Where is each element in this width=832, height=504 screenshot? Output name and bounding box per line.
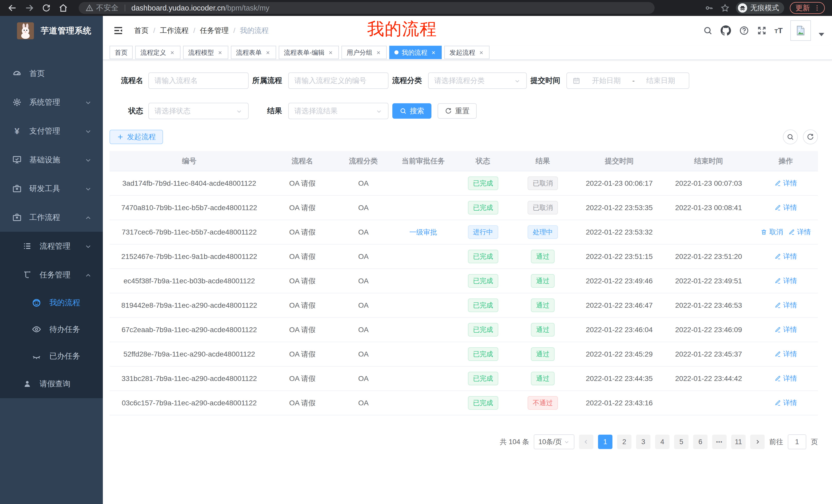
tab-user-group[interactable]: 用户分组 (341, 46, 387, 59)
status-select[interactable]: 请选择状态 (148, 103, 249, 119)
github-icon[interactable] (721, 25, 731, 36)
detail-button[interactable]: 详情 (774, 178, 797, 188)
tab-process-form-edit[interactable]: 流程表单-编辑 (279, 46, 339, 59)
edit-icon (774, 253, 781, 260)
process-name-input[interactable] (148, 73, 249, 89)
chevron-down-icon (84, 127, 92, 135)
sidebar-item-system[interactable]: 系统管理 (0, 88, 103, 117)
page-button-1[interactable]: 1 (598, 435, 613, 449)
detail-button[interactable]: 详情 (774, 349, 797, 359)
edit-icon (774, 204, 781, 211)
detail-button[interactable]: 详情 (774, 325, 797, 334)
start-process-button[interactable]: 发起流程 (109, 130, 163, 144)
result-select[interactable]: 请选择流结果 (288, 103, 389, 119)
browser-back-button[interactable] (7, 3, 18, 13)
more-pages-button[interactable]: ••• (712, 435, 727, 449)
trash-icon (760, 229, 767, 235)
browser-home-button[interactable] (58, 3, 69, 13)
sidebar-item-process-management[interactable]: 流程管理 (0, 232, 103, 260)
current-task-link[interactable]: 一级审批 (409, 228, 437, 237)
chevron-down-icon (236, 107, 242, 115)
browser-update-menu-button[interactable]: 更新 (790, 2, 825, 14)
page-button-2[interactable]: 2 (617, 435, 631, 449)
page-button-3[interactable]: 3 (636, 435, 650, 449)
tab-process-form[interactable]: 流程表单 (231, 46, 276, 59)
close-icon[interactable] (375, 49, 382, 56)
breadcrumb-workflow[interactable]: 工作流程 (160, 26, 189, 35)
refresh-table-button[interactable] (803, 130, 818, 144)
sidebar-item-home[interactable]: 首页 (0, 59, 103, 88)
page-button-11[interactable]: 11 (731, 435, 746, 449)
detail-button[interactable]: 详情 (774, 301, 797, 310)
detail-button[interactable]: 详情 (774, 203, 797, 212)
result-badge: 通过 (531, 372, 554, 385)
close-icon[interactable] (265, 49, 271, 56)
close-icon[interactable] (328, 49, 334, 56)
font-size-icon[interactable]: TT (774, 26, 783, 35)
reset-button[interactable]: 重置 (438, 103, 477, 119)
sidebar-item-payment[interactable]: ¥ 支付管理 (0, 117, 103, 145)
bookmark-star-icon[interactable] (720, 3, 730, 13)
tab-start-process[interactable]: 发起流程 (444, 46, 490, 59)
goto-page-input[interactable] (788, 435, 806, 449)
breadcrumb-task-management[interactable]: 任务管理 (200, 26, 229, 35)
browser-reload-button[interactable] (41, 3, 51, 13)
col-end-time: 结束时间 (664, 151, 754, 171)
close-icon[interactable] (169, 49, 175, 56)
edit-icon (774, 351, 781, 357)
browser-forward-button[interactable] (24, 3, 34, 13)
process-category: OA (358, 326, 368, 334)
avatar[interactable] (790, 20, 811, 41)
search-button[interactable]: 搜索 (392, 103, 432, 119)
sidebar-item-workflow[interactable]: 工作流程 (0, 203, 103, 232)
tab-my-process[interactable]: 我的流程 (389, 46, 442, 59)
sidebar-item-leave-query[interactable]: 请假查询 (0, 369, 103, 398)
close-icon[interactable] (431, 49, 437, 56)
page-size-select[interactable]: 10条/页 (534, 435, 574, 449)
chevron-down-icon (84, 98, 92, 107)
avatar-dropdown-caret[interactable] (818, 33, 824, 36)
help-icon[interactable] (739, 25, 749, 36)
row-actions: 详情 (754, 391, 818, 415)
cancel-button[interactable]: 取消 (760, 227, 783, 236)
row-actions: 详情 (754, 269, 818, 293)
incognito-badge: 无痕模式 (736, 2, 784, 14)
row-actions: 详情 (754, 342, 818, 366)
page-button-5[interactable]: 5 (674, 435, 688, 449)
process-category-select[interactable]: 请选择流程分类 (428, 73, 527, 89)
sidebar-item-infrastructure[interactable]: 基础设施 (0, 145, 103, 174)
tab-home[interactable]: 首页 (109, 46, 133, 59)
prev-page-button[interactable] (579, 435, 593, 449)
page-button-6[interactable]: 6 (693, 435, 707, 449)
detail-button[interactable]: 详情 (788, 227, 811, 236)
end-time: 2022-01-22 23:44:42 (675, 374, 742, 383)
row-actions: 详情 (754, 366, 818, 391)
password-key-icon[interactable] (704, 3, 714, 13)
fullscreen-icon[interactable] (757, 26, 767, 35)
chevron-left-icon (583, 439, 590, 445)
sidebar-item-todo-tasks[interactable]: 待办任务 (0, 316, 103, 343)
tab-process-definition[interactable]: 流程定义 (135, 46, 181, 59)
close-icon[interactable] (217, 49, 223, 56)
detail-button[interactable]: 详情 (774, 374, 797, 383)
process-definition-input[interactable] (288, 73, 389, 89)
sidebar-item-dev-tools[interactable]: 研发工具 (0, 174, 103, 203)
sidebar-item-task-management[interactable]: 任务管理 (0, 260, 103, 289)
address-bar[interactable]: 不安全 dashboard.yudao.iocoder.cn/bpm/task/… (79, 2, 655, 14)
toggle-search-button[interactable] (783, 130, 798, 144)
submit-time-range-picker[interactable]: 开始日期 - 结束日期 (566, 73, 689, 89)
page-button-4[interactable]: 4 (655, 435, 670, 449)
header-search-icon[interactable] (703, 26, 713, 35)
detail-button[interactable]: 详情 (774, 276, 797, 285)
tab-process-model[interactable]: 流程模型 (183, 46, 228, 59)
next-page-button[interactable] (750, 435, 765, 449)
process-category-label: 流程分类 (389, 76, 422, 86)
sidebar-collapse-button[interactable] (109, 25, 127, 36)
sidebar-item-done-tasks[interactable]: 已办任务 (0, 343, 103, 369)
detail-button[interactable]: 详情 (774, 398, 797, 408)
breadcrumb-home[interactable]: 首页 (134, 26, 149, 35)
close-icon[interactable] (478, 49, 485, 56)
sidebar-item-my-process[interactable]: 我的流程 (0, 289, 103, 316)
detail-button[interactable]: 详情 (774, 252, 797, 261)
chevron-up-icon (84, 213, 92, 222)
